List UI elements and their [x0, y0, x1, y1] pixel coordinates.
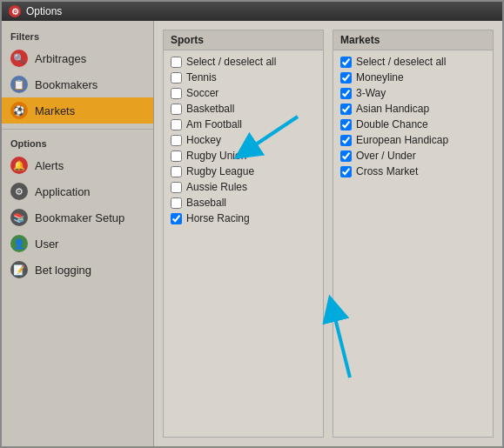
sports-checkbox-5[interactable]	[171, 135, 182, 146]
markets-item[interactable]: Cross Market	[333, 164, 493, 179]
sports-item[interactable]: Baseball	[164, 195, 323, 211]
markets-item[interactable]: Double Chance	[333, 117, 493, 132]
sports-item[interactable]: Am Football	[164, 117, 323, 132]
sidebar-label-user: User	[35, 237, 58, 251]
markets-checkbox-2[interactable]	[340, 88, 352, 99]
title-bar: ⚙ Options	[2, 2, 502, 21]
logging-icon: 📝	[10, 261, 28, 278]
sports-checkbox-0[interactable]	[171, 57, 182, 68]
sidebar-item-user[interactable]: 👤 User	[2, 231, 153, 257]
sidebar-label-bookmakers: Bookmakers	[35, 78, 97, 91]
panels-area: Sports Select / deselect allTennisSoccer…	[154, 21, 502, 446]
sports-checkbox-9[interactable]	[171, 197, 182, 209]
application-icon: ⚙	[10, 183, 28, 200]
markets-checkbox-3[interactable]	[340, 104, 352, 115]
sports-item[interactable]: Soccer	[164, 85, 323, 101]
markets-checkbox-7[interactable]	[340, 166, 352, 177]
sports-panel-body: Select / deselect allTennisSoccerBasketb…	[164, 50, 323, 437]
sidebar-label-bet-logging: Bet logging	[35, 264, 91, 277]
sports-label-8: Aussie Rules	[186, 181, 247, 193]
sports-item[interactable]: Tennis	[164, 70, 323, 85]
sidebar-label-alerts: Alerts	[35, 159, 64, 172]
sports-checkbox-2[interactable]	[171, 88, 182, 99]
sports-item[interactable]: Aussie Rules	[164, 179, 323, 195]
sports-item[interactable]: Basketball	[164, 101, 323, 117]
markets-label-6: Over / Under	[356, 150, 416, 162]
sports-checkbox-6[interactable]	[171, 150, 182, 162]
markets-label-7: Cross Market	[356, 165, 418, 177]
markets-label-0: Select / deselect all	[356, 56, 446, 68]
sports-label-0: Select / deselect all	[186, 56, 276, 68]
markets-item[interactable]: 3-Way	[333, 85, 493, 101]
sports-checkbox-7[interactable]	[171, 166, 182, 177]
sidebar-label-arbitrages: Arbitrages	[35, 52, 86, 65]
sidebar-label-bookmaker-setup: Bookmaker Setup	[35, 211, 124, 224]
options-window: ⚙ Options Filters 🔍 Arbitrages 📋 Bookmak…	[0, 0, 504, 448]
main-content: Sports Select / deselect allTennisSoccer…	[154, 21, 502, 446]
user-icon: 👤	[10, 235, 28, 252]
markets-label-5: European Handicap	[356, 134, 448, 146]
sidebar-item-alerts[interactable]: 🔔 Alerts	[2, 152, 153, 178]
markets-checkbox-0[interactable]	[340, 57, 352, 68]
markets-item[interactable]: Asian Handicap	[333, 101, 493, 117]
markets-item[interactable]: Select / deselect all	[333, 54, 493, 70]
sports-item[interactable]: Horse Racing	[164, 211, 323, 226]
markets-panel-header: Markets	[333, 30, 493, 50]
sidebar-item-bet-logging[interactable]: 📝 Bet logging	[2, 257, 153, 283]
markets-item[interactable]: European Handicap	[333, 132, 493, 148]
markets-item[interactable]: Over / Under	[333, 148, 493, 164]
markets-checkbox-1[interactable]	[340, 72, 352, 84]
sidebar-item-markets[interactable]: ⚽ Markets	[2, 97, 153, 124]
title-icon: ⚙	[9, 5, 21, 17]
sports-label-2: Soccer	[186, 87, 218, 99]
sports-label-3: Basketball	[186, 103, 234, 115]
markets-panel-body: Select / deselect allMoneyline3-WayAsian…	[333, 50, 493, 437]
sports-panel: Sports Select / deselect allTennisSoccer…	[163, 30, 324, 438]
sports-item[interactable]: Select / deselect all	[164, 54, 323, 70]
markets-checkbox-6[interactable]	[340, 150, 352, 162]
sports-checkbox-1[interactable]	[171, 72, 182, 84]
markets-label-4: Double Chance	[356, 118, 428, 130]
sports-label-9: Baseball	[186, 197, 226, 209]
window-title: Options	[26, 5, 62, 17]
sports-item[interactable]: Rugby League	[164, 164, 323, 179]
sports-checkbox-4[interactable]	[171, 119, 182, 130]
sports-label-10: Horse Racing	[186, 212, 250, 224]
bookmaker-setup-icon: 📚	[10, 209, 28, 226]
markets-label-1: Moneyline	[356, 71, 404, 84]
markets-panel: Markets Select / deselect allMoneyline3-…	[333, 30, 494, 438]
search-icon: 🔍	[10, 50, 28, 67]
sidebar-label-markets: Markets	[35, 104, 75, 117]
bookmakers-icon: 📋	[10, 76, 28, 93]
markets-item[interactable]: Moneyline	[333, 70, 493, 85]
sports-checkbox-3[interactable]	[171, 104, 182, 115]
markets-label-3: Asian Handicap	[356, 103, 429, 115]
filters-section-title: Filters	[2, 28, 153, 45]
sidebar-item-application[interactable]: ⚙ Application	[2, 178, 153, 204]
sports-label-5: Hockey	[186, 134, 221, 146]
sidebar-item-bookmaker-setup[interactable]: 📚 Bookmaker Setup	[2, 204, 153, 231]
sports-checkbox-10[interactable]	[171, 213, 182, 224]
sidebar-item-arbitrages[interactable]: 🔍 Arbitrages	[2, 45, 153, 71]
options-section-title: Options	[2, 135, 153, 152]
sidebar-label-application: Application	[35, 185, 91, 198]
sports-panel-header: Sports	[164, 30, 323, 50]
sidebar: Filters 🔍 Arbitrages 📋 Bookmakers ⚽ Mark…	[2, 21, 154, 446]
sidebar-divider	[2, 129, 153, 130]
markets-checkbox-5[interactable]	[340, 135, 352, 146]
markets-icon: ⚽	[10, 102, 28, 119]
sports-label-1: Tennis	[186, 71, 217, 84]
sports-label-4: Am Football	[186, 118, 242, 130]
alerts-icon: 🔔	[10, 157, 28, 174]
content-area: Filters 🔍 Arbitrages 📋 Bookmakers ⚽ Mark…	[2, 21, 502, 446]
markets-label-2: 3-Way	[356, 87, 386, 99]
sports-checkbox-8[interactable]	[171, 182, 182, 193]
sports-label-6: Rugby Union	[186, 150, 246, 162]
sidebar-item-bookmakers[interactable]: 📋 Bookmakers	[2, 71, 153, 97]
markets-checkbox-4[interactable]	[340, 119, 352, 130]
sports-item[interactable]: Hockey	[164, 132, 323, 148]
sports-item[interactable]: Rugby Union	[164, 148, 323, 164]
sports-label-7: Rugby League	[186, 165, 254, 177]
